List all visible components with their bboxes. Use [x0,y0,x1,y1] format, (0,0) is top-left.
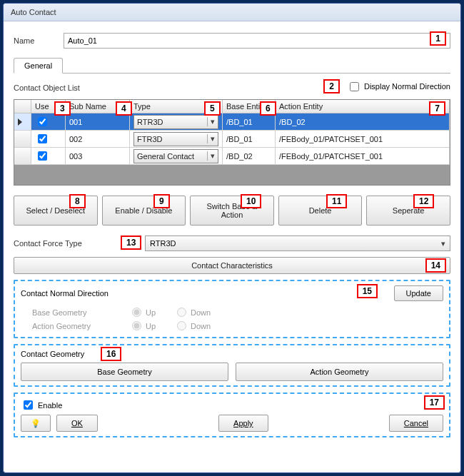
table-row[interactable]: 002FTR3D▾/BD_01/FEBody_01/PATCHSET_001 [14,131,450,148]
row-indicator [14,113,31,131]
base-entity-cell: /BD_02 [223,148,276,165]
base-down-radio [177,308,186,317]
col-action: Action Entity [276,100,450,113]
type-cell[interactable]: RTR3D▾ [130,113,223,131]
ok-button[interactable]: OK [56,415,98,432]
base-entity-cell: /BD_01 [223,131,276,148]
subname-cell: 001 [66,113,130,131]
action-entity-cell: /FEBody_01/PATCHSET_001 [276,148,450,165]
separate-button[interactable]: Seperate [366,196,450,226]
action-up-radio [132,321,141,330]
normal-direction-label: Contact Normal Direction [21,289,109,298]
window-title: Auto Contact [11,8,56,16]
select-deselect-button[interactable]: Select / Deselect [14,196,98,226]
footer-group: Enable 17 💡 OK Apply Cancel [14,393,450,437]
type-select[interactable]: FTR3D▾ [133,132,218,146]
delete-button[interactable]: Delete [278,196,363,226]
type-select[interactable]: General Contact▾ [133,149,218,163]
contact-geometry-label: Contact Geometry [21,350,84,358]
callout-2: 2 [323,79,340,93]
base-up-radio [132,308,141,317]
callout-15: 15 [357,284,378,298]
type-cell[interactable]: General Contact▾ [130,148,223,165]
type-value: FTR3D [137,135,162,143]
row-indicator [14,131,31,148]
display-normal-checkbox[interactable] [350,82,359,91]
chevron-down-icon: ▾ [207,117,215,126]
tab-bar: General [14,57,450,74]
help-icon-button[interactable]: 💡 [21,415,51,432]
action-geometry-button[interactable]: Action Geometry [236,363,443,381]
name-label: Name [14,36,56,45]
col-use: Use [31,100,66,113]
use-cell[interactable] [31,148,66,165]
titlebar: Auto Contact [4,4,460,21]
action-down-radio [177,321,186,330]
down-label-2: Down [191,322,211,330]
col-type: Type [130,100,223,113]
object-list-label: Contact Object List [14,83,80,92]
callout-16: 16 [101,347,121,361]
contact-characteristics-button[interactable]: Contact Characteristics [14,257,450,274]
table-row[interactable]: 001RTR3D▾/BD_01/BD_02 [14,113,450,131]
use-cell[interactable] [31,113,66,131]
cancel-button[interactable]: Cancel [389,415,443,432]
lightbulb-icon: 💡 [31,419,41,428]
update-button[interactable]: Update [394,285,443,301]
tab-general[interactable]: General [14,58,63,74]
use-cell[interactable] [31,131,66,148]
type-cell[interactable]: FTR3D▾ [130,131,223,148]
grid-empty-area [14,165,450,185]
up-label-2: Up [146,322,156,330]
name-input[interactable] [64,33,450,49]
contact-geometry-group: Contact Geometry 16 Base Geometry Action… [14,344,450,387]
use-checkbox[interactable] [38,151,47,161]
callout-13: 13 [121,236,141,250]
chevron-down-icon: ▾ [207,134,215,143]
subname-cell: 002 [66,131,130,148]
chevron-down-icon: ▾ [441,239,445,248]
base-geometry-button[interactable]: Base Geometry [21,363,228,381]
col-subname: Sub Name [66,100,130,113]
auto-contact-window: Auto Contact Name 1 General Contact Obje… [3,3,461,473]
up-label: Up [146,308,156,317]
action-entity-cell: /FEBody_01/PATCHSET_001 [276,131,450,148]
subname-cell: 003 [66,148,130,165]
use-checkbox[interactable] [38,134,47,143]
force-type-label: Contact Force Type [14,239,114,248]
type-value: General Contact [137,152,194,161]
normal-direction-group: Contact Normal Direction 15 Update Base … [14,280,450,338]
object-list-grid: Use Sub Name Type Base Entity Action Ent… [14,99,450,186]
base-geometry-label: Base Geometry [32,308,111,317]
chevron-down-icon: ▾ [207,151,215,161]
col-indicator [14,100,31,113]
col-base: Base Entity [223,100,276,113]
type-select[interactable]: RTR3D▾ [133,115,218,129]
force-type-value: RTR3D [150,239,176,248]
enable-disable-button[interactable]: Enable / Disable [102,196,186,226]
apply-button[interactable]: Apply [218,415,268,432]
use-checkbox[interactable] [38,117,47,126]
table-row[interactable]: 003General Contact▾/BD_02/FEBody_01/PATC… [14,148,450,165]
row-indicator [14,148,31,165]
enable-label: Enable [38,401,62,410]
enable-checkbox[interactable] [24,400,33,410]
down-label: Down [191,308,211,317]
action-geometry-label: Action Geometry [32,322,111,330]
type-value: RTR3D [137,118,163,126]
action-entity-cell: /BD_02 [276,113,450,131]
callout-17: 17 [424,395,445,410]
switch-base-action-button[interactable]: Switch Base & Action [190,196,274,226]
display-normal-label: Display Normal Direction [364,82,450,91]
force-type-select[interactable]: RTR3D ▾ [145,236,450,251]
base-entity-cell: /BD_01 [223,113,276,131]
